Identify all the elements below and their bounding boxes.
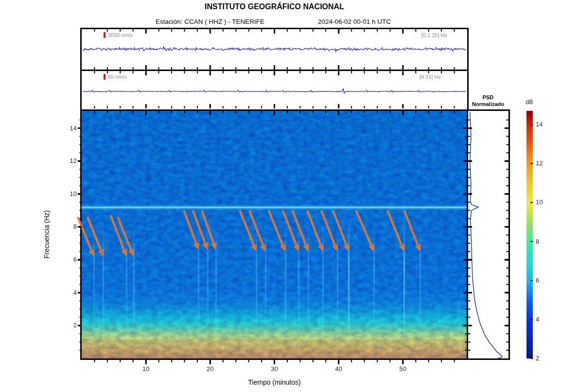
figure-title: INSTITUTO GEOGRÁFICO NACIONAL xyxy=(80,2,469,11)
x-tick-label: 30 xyxy=(265,365,284,373)
y-tick-label: 8 xyxy=(65,223,77,230)
x-tick-label: 20 xyxy=(200,365,220,373)
event-arrow xyxy=(88,217,104,256)
event-arrow xyxy=(184,211,199,250)
figure-root: INSTITUTO GEOGRÁFICO NACIONAL Estación: … xyxy=(0,0,561,392)
x-tick-label: 50 xyxy=(393,365,413,373)
y-tick-label: 6 xyxy=(65,256,77,263)
colorbar-tick-label: 6 xyxy=(536,277,547,284)
event-arrow xyxy=(269,211,286,252)
colorbar-tick-label: 8 xyxy=(536,238,547,245)
y-axis-title: Frecuencia (Hz) xyxy=(43,210,51,259)
spectrogram-image xyxy=(82,111,467,358)
colorbar-tick-label: 2 xyxy=(536,355,547,362)
psd-title-line2: Normalizado xyxy=(466,101,510,107)
event-arrows-overlay xyxy=(82,111,467,358)
x-tick-label: 40 xyxy=(329,365,349,373)
y-tick-label: 10 xyxy=(65,190,77,197)
colorbar-tick-label: 14 xyxy=(536,121,547,128)
psd-title-line1: PSD xyxy=(466,94,510,100)
datetime-subtitle: 2024-06-02 00-01 h UTC xyxy=(291,18,418,25)
y-tick-label: 12 xyxy=(65,157,77,164)
event-arrow xyxy=(240,211,257,252)
colorbar-tick-label: 10 xyxy=(536,198,547,206)
y-tick-label: 2 xyxy=(65,321,77,329)
event-arrow xyxy=(307,211,324,252)
event-arrow xyxy=(249,211,266,252)
y-tick-label: 14 xyxy=(65,125,77,132)
x-tick-label: 10 xyxy=(136,365,156,373)
event-arrow xyxy=(356,211,374,252)
broadband-seismogram-trace xyxy=(82,29,467,70)
station-subtitle: Estación: CCAN ( HHZ ) - TENERIFE xyxy=(98,18,322,25)
colorbar-tick-label: 4 xyxy=(536,316,547,323)
colorbar-unit-label: dB xyxy=(522,99,537,106)
filtered-seismogram-trace xyxy=(82,71,467,108)
y-tick-label: 4 xyxy=(65,289,77,296)
colorbar xyxy=(526,111,533,358)
psd-curve xyxy=(468,111,508,358)
event-arrow xyxy=(387,211,404,252)
event-arrow xyxy=(293,211,309,252)
event-arrow xyxy=(404,211,421,252)
colorbar-tick-label: 12 xyxy=(536,160,547,167)
x-axis-title: Tiempo (minutos) xyxy=(80,378,469,386)
